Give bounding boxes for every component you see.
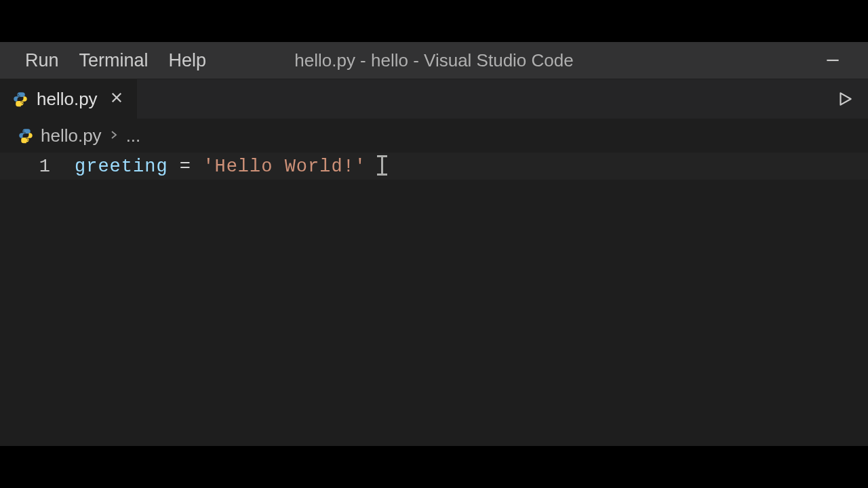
- chevron-right-icon: [108, 127, 119, 144]
- breadcrumb[interactable]: hello.py ...: [0, 119, 868, 152]
- breadcrumb-ellipsis[interactable]: ...: [126, 125, 141, 146]
- line-number: 1: [0, 157, 75, 177]
- tab-filename: hello.py: [37, 89, 98, 110]
- editor-line-1[interactable]: 1 greeting = 'Hello World!': [0, 152, 868, 180]
- token-variable: greeting: [75, 157, 168, 177]
- menu-help[interactable]: Help: [159, 46, 217, 75]
- window-title: hello.py - hello - Visual Studio Code: [294, 50, 573, 71]
- menu-terminal[interactable]: Terminal: [69, 46, 159, 75]
- vscode-window: Run Terminal Help hello.py - hello - Vis…: [0, 42, 868, 446]
- tab-hello-py[interactable]: hello.py: [0, 79, 138, 119]
- breadcrumb-filename: hello.py: [41, 125, 102, 146]
- editor-area[interactable]: 1 greeting = 'Hello World!': [0, 152, 868, 446]
- minimize-button[interactable]: [818, 45, 848, 75]
- python-icon: [12, 91, 28, 107]
- title-bar: Run Terminal Help hello.py - hello - Vis…: [0, 42, 868, 79]
- tab-bar: hello.py: [0, 79, 868, 119]
- text-cursor: [381, 155, 383, 176]
- window-controls: [818, 42, 848, 79]
- menu-bar: Run Terminal Help: [0, 46, 216, 75]
- svg-marker-3: [841, 93, 851, 104]
- menu-run[interactable]: Run: [15, 46, 69, 75]
- minimize-icon: [824, 52, 842, 69]
- letterbox-bottom: [0, 446, 868, 488]
- close-icon: [110, 91, 123, 104]
- tab-close-button[interactable]: [106, 88, 127, 110]
- letterbox-top: [0, 0, 868, 42]
- token-operator: =: [168, 157, 203, 177]
- token-string: 'Hello World!': [203, 157, 366, 177]
- run-file-button[interactable]: [831, 85, 859, 113]
- code-content: greeting = 'Hello World!': [75, 157, 383, 177]
- play-icon: [836, 90, 854, 108]
- python-icon: [18, 127, 34, 144]
